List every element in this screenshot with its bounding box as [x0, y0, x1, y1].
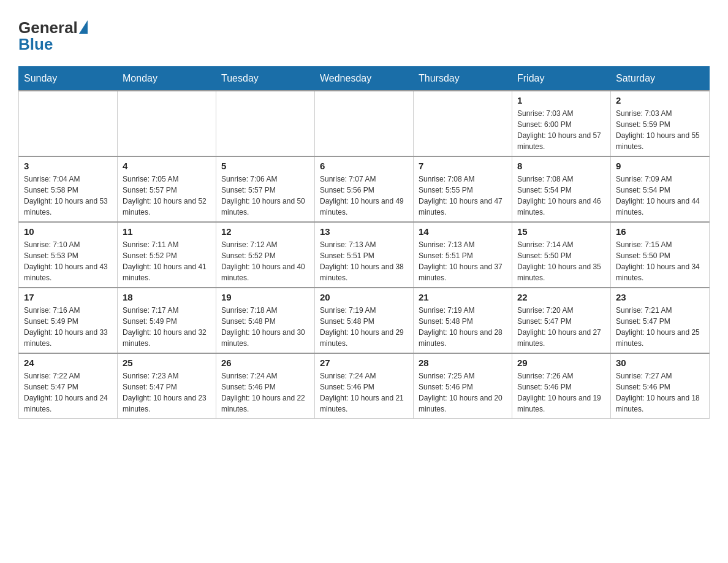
- day-info: Sunrise: 7:06 AMSunset: 5:57 PMDaylight:…: [221, 174, 309, 218]
- logo-blue-text: Blue: [18, 35, 53, 54]
- day-info: Sunrise: 7:15 AMSunset: 5:50 PMDaylight:…: [616, 239, 704, 283]
- week-row-5: 24Sunrise: 7:22 AMSunset: 5:47 PMDayligh…: [19, 353, 710, 419]
- table-row: 14Sunrise: 7:13 AMSunset: 5:51 PMDayligh…: [414, 222, 512, 288]
- day-number: 15: [517, 226, 605, 237]
- table-row: 24Sunrise: 7:22 AMSunset: 5:47 PMDayligh…: [19, 353, 118, 419]
- table-row: 18Sunrise: 7:17 AMSunset: 5:49 PMDayligh…: [118, 288, 216, 353]
- day-number: 19: [221, 292, 309, 302]
- calendar-table: Sunday Monday Tuesday Wednesday Thursday…: [18, 66, 710, 419]
- header-row: Sunday Monday Tuesday Wednesday Thursday…: [19, 67, 710, 91]
- day-info: Sunrise: 7:22 AMSunset: 5:47 PMDaylight:…: [24, 370, 112, 415]
- day-number: 14: [419, 226, 507, 237]
- day-info: Sunrise: 7:25 AMSunset: 5:46 PMDaylight:…: [419, 370, 507, 415]
- day-info: Sunrise: 7:12 AMSunset: 5:52 PMDaylight:…: [221, 239, 309, 283]
- day-number: 2: [616, 95, 704, 105]
- table-row: [19, 91, 118, 156]
- day-number: 22: [517, 292, 605, 302]
- col-saturday: Saturday: [611, 67, 710, 91]
- day-number: 30: [616, 358, 704, 368]
- table-row: 25Sunrise: 7:23 AMSunset: 5:47 PMDayligh…: [118, 353, 216, 419]
- day-info: Sunrise: 7:21 AMSunset: 5:47 PMDaylight:…: [616, 305, 704, 349]
- day-info: Sunrise: 7:04 AMSunset: 5:58 PMDaylight:…: [24, 174, 112, 218]
- table-row: 23Sunrise: 7:21 AMSunset: 5:47 PMDayligh…: [611, 288, 710, 353]
- day-number: 24: [24, 358, 112, 368]
- table-row: 4Sunrise: 7:05 AMSunset: 5:57 PMDaylight…: [118, 156, 216, 222]
- day-info: Sunrise: 7:23 AMSunset: 5:47 PMDaylight:…: [123, 370, 211, 415]
- col-wednesday: Wednesday: [315, 67, 414, 91]
- col-tuesday: Tuesday: [216, 67, 315, 91]
- week-row-1: 1Sunrise: 7:03 AMSunset: 6:00 PMDaylight…: [19, 91, 710, 156]
- day-number: 27: [320, 358, 408, 368]
- day-number: 20: [320, 292, 408, 302]
- day-number: 13: [320, 226, 408, 237]
- day-info: Sunrise: 7:26 AMSunset: 5:46 PMDaylight:…: [517, 370, 605, 415]
- table-row: 20Sunrise: 7:19 AMSunset: 5:48 PMDayligh…: [315, 288, 414, 353]
- day-number: 12: [221, 226, 309, 237]
- col-friday: Friday: [512, 67, 611, 91]
- table-row: 17Sunrise: 7:16 AMSunset: 5:49 PMDayligh…: [19, 288, 118, 353]
- day-info: Sunrise: 7:27 AMSunset: 5:46 PMDaylight:…: [616, 370, 704, 415]
- week-row-3: 10Sunrise: 7:10 AMSunset: 5:53 PMDayligh…: [19, 222, 710, 288]
- table-row: 29Sunrise: 7:26 AMSunset: 5:46 PMDayligh…: [512, 353, 611, 419]
- day-info: Sunrise: 7:24 AMSunset: 5:46 PMDaylight:…: [221, 370, 309, 415]
- week-row-4: 17Sunrise: 7:16 AMSunset: 5:49 PMDayligh…: [19, 288, 710, 353]
- table-row: 3Sunrise: 7:04 AMSunset: 5:58 PMDaylight…: [19, 156, 118, 222]
- day-number: 5: [221, 161, 309, 171]
- day-number: 18: [123, 292, 211, 302]
- table-row: 30Sunrise: 7:27 AMSunset: 5:46 PMDayligh…: [611, 353, 710, 419]
- logo-triangle-icon: [79, 20, 88, 34]
- table-row: 15Sunrise: 7:14 AMSunset: 5:50 PMDayligh…: [512, 222, 611, 288]
- day-info: Sunrise: 7:20 AMSunset: 5:47 PMDaylight:…: [517, 305, 605, 349]
- table-row: 12Sunrise: 7:12 AMSunset: 5:52 PMDayligh…: [216, 222, 315, 288]
- day-info: Sunrise: 7:03 AMSunset: 5:59 PMDaylight:…: [616, 108, 704, 152]
- table-row: 8Sunrise: 7:08 AMSunset: 5:54 PMDaylight…: [512, 156, 611, 222]
- day-info: Sunrise: 7:19 AMSunset: 5:48 PMDaylight:…: [419, 305, 507, 349]
- day-info: Sunrise: 7:10 AMSunset: 5:53 PMDaylight:…: [24, 239, 112, 283]
- table-row: 10Sunrise: 7:10 AMSunset: 5:53 PMDayligh…: [19, 222, 118, 288]
- header: General Blue: [18, 12, 710, 54]
- table-row: 27Sunrise: 7:24 AMSunset: 5:46 PMDayligh…: [315, 353, 414, 419]
- day-number: 1: [517, 95, 605, 105]
- table-row: [118, 91, 216, 156]
- day-info: Sunrise: 7:05 AMSunset: 5:57 PMDaylight:…: [123, 174, 211, 218]
- table-row: 28Sunrise: 7:25 AMSunset: 5:46 PMDayligh…: [414, 353, 512, 419]
- table-row: 9Sunrise: 7:09 AMSunset: 5:54 PMDaylight…: [611, 156, 710, 222]
- table-row: 6Sunrise: 7:07 AMSunset: 5:56 PMDaylight…: [315, 156, 414, 222]
- table-row: [216, 91, 315, 156]
- day-info: Sunrise: 7:08 AMSunset: 5:54 PMDaylight:…: [517, 174, 605, 218]
- day-number: 8: [517, 161, 605, 171]
- day-info: Sunrise: 7:24 AMSunset: 5:46 PMDaylight:…: [320, 370, 408, 415]
- table-row: 2Sunrise: 7:03 AMSunset: 5:59 PMDaylight…: [611, 91, 710, 156]
- table-row: 21Sunrise: 7:19 AMSunset: 5:48 PMDayligh…: [414, 288, 512, 353]
- table-row: 11Sunrise: 7:11 AMSunset: 5:52 PMDayligh…: [118, 222, 216, 288]
- day-info: Sunrise: 7:19 AMSunset: 5:48 PMDaylight:…: [320, 305, 408, 349]
- day-number: 17: [24, 292, 112, 302]
- day-number: 23: [616, 292, 704, 302]
- day-info: Sunrise: 7:14 AMSunset: 5:50 PMDaylight:…: [517, 239, 605, 283]
- table-row: 19Sunrise: 7:18 AMSunset: 5:48 PMDayligh…: [216, 288, 315, 353]
- day-info: Sunrise: 7:16 AMSunset: 5:49 PMDaylight:…: [24, 305, 112, 349]
- day-number: 7: [419, 161, 507, 171]
- table-row: 26Sunrise: 7:24 AMSunset: 5:46 PMDayligh…: [216, 353, 315, 419]
- day-info: Sunrise: 7:18 AMSunset: 5:48 PMDaylight:…: [221, 305, 309, 349]
- day-number: 6: [320, 161, 408, 171]
- col-sunday: Sunday: [19, 67, 118, 91]
- day-number: 21: [419, 292, 507, 302]
- table-row: 7Sunrise: 7:08 AMSunset: 5:55 PMDaylight…: [414, 156, 512, 222]
- week-row-2: 3Sunrise: 7:04 AMSunset: 5:58 PMDaylight…: [19, 156, 710, 222]
- day-number: 4: [123, 161, 211, 171]
- day-number: 28: [419, 358, 507, 368]
- day-number: 11: [123, 226, 211, 237]
- table-row: [315, 91, 414, 156]
- logo: General Blue: [18, 12, 88, 54]
- day-info: Sunrise: 7:17 AMSunset: 5:49 PMDaylight:…: [123, 305, 211, 349]
- col-thursday: Thursday: [414, 67, 512, 91]
- day-number: 9: [616, 161, 704, 171]
- col-monday: Monday: [118, 67, 216, 91]
- day-info: Sunrise: 7:08 AMSunset: 5:55 PMDaylight:…: [419, 174, 507, 218]
- day-number: 3: [24, 161, 112, 171]
- day-info: Sunrise: 7:13 AMSunset: 5:51 PMDaylight:…: [419, 239, 507, 283]
- table-row: 22Sunrise: 7:20 AMSunset: 5:47 PMDayligh…: [512, 288, 611, 353]
- day-info: Sunrise: 7:09 AMSunset: 5:54 PMDaylight:…: [616, 174, 704, 218]
- day-number: 10: [24, 226, 112, 237]
